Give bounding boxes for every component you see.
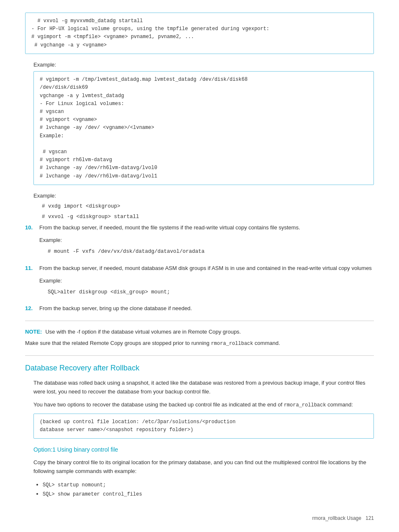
divider-2 — [25, 355, 374, 356]
step-12-text: From the backup server, bring up the clo… — [39, 305, 192, 311]
db-recovery-para2: You have two options to recover the data… — [33, 401, 374, 409]
option1-bullet-1-text: SQL> startup nomount; — [43, 482, 106, 488]
step-10-example-code: # mount -F vxfs /dev/vx/dsk/datadg/datav… — [48, 247, 374, 256]
option1-bullet-2: SQL> show parameter control_files — [43, 489, 374, 499]
top-code-block: # vxvol -g myvxvmdb_datadg startall - Fo… — [25, 13, 374, 54]
option1-bullet-2-text: SQL> show parameter control_files — [43, 491, 142, 497]
step-10-text: From the backup server, if needed, mount… — [39, 224, 300, 231]
db-recovery-para2-code: rmora_rollback — [284, 402, 326, 408]
note-text-2-suffix: command. — [253, 340, 280, 346]
divider-1 — [25, 321, 374, 321]
step-10-example-label: Example: — [39, 236, 374, 245]
db-recovery-code-block: (backed up control file location: /etc/3… — [33, 414, 374, 439]
db-recovery-title: Database Recovery after Rollback — [25, 362, 374, 374]
db-recovery-para2-prefix: You have two options to recover the data… — [33, 401, 284, 408]
option1-bullet-list: SQL> startup nomount; SQL> show paramete… — [43, 480, 374, 499]
step-11-number: 11. — [25, 264, 38, 272]
step-10: 10. From the backup server, if needed, m… — [25, 224, 374, 258]
example-label-2: Example: — [33, 192, 374, 200]
step-12: 12. From the backup server, bring up the… — [25, 304, 374, 313]
example-label-1: Example: — [33, 61, 374, 69]
note-text-1: Use with the -f option if the database v… — [45, 329, 241, 335]
step-10-content: From the backup server, if needed, mount… — [39, 224, 374, 258]
note-block: NOTE:Use with the -f option if the datab… — [25, 328, 374, 348]
step-11-text: From the backup server, if needed, mount… — [39, 265, 372, 271]
db-recovery-para2-suffix: command: — [326, 401, 353, 408]
note-line-2: Make sure that the related Remote Copy g… — [25, 339, 374, 348]
step-10-number: 10. — [25, 224, 38, 232]
example-line-1: # vxdg import <diskgroup> — [42, 202, 374, 211]
note-line-1: NOTE:Use with the -f option if the datab… — [25, 328, 374, 337]
note-code: rmora_rollback — [211, 341, 253, 347]
option1-bullet-1: SQL> startup nomount; — [43, 480, 374, 489]
page-footer: rmora_rollback Usage 121 — [312, 514, 374, 522]
footer-page: 121 — [366, 515, 374, 521]
footer-text: rmora_rollback Usage — [312, 515, 361, 521]
step-12-content: From the backup server, bring up the clo… — [39, 304, 374, 313]
note-label: NOTE: — [25, 329, 42, 335]
step-11: 11. From the backup server, if needed, m… — [25, 264, 374, 299]
step-11-example-code: SQL>alter diskgroup <disk_group> mount; — [48, 288, 374, 297]
step-11-content: From the backup server, if needed, mount… — [39, 264, 374, 299]
step-11-example-label: Example: — [39, 277, 374, 285]
note-text-2-prefix: Make sure that the related Remote Copy g… — [25, 340, 211, 346]
db-recovery-para1: The database was rolled back using a sna… — [33, 379, 374, 396]
example-line-2: # vxvol -g <diskgroup> startall — [42, 213, 374, 221]
option1-title: Option:1 Using binary control file — [33, 445, 374, 454]
option1-para1: Copy the binary control file to its orig… — [33, 458, 374, 476]
example-code-block-1: # vgimport -m /tmp/lvmtest_datadg.map lv… — [33, 71, 374, 185]
step-12-number: 12. — [25, 304, 38, 313]
